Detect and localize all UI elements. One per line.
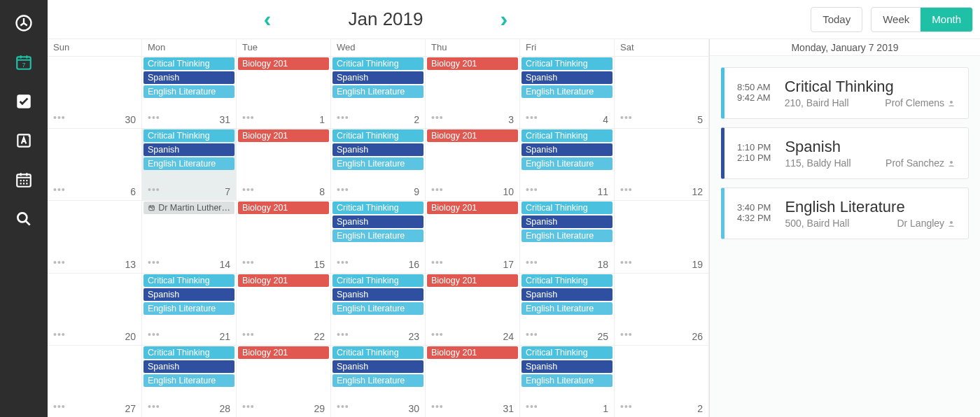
calendar-event[interactable]: Spanish: [332, 71, 424, 84]
calendar-cell[interactable]: 12•••: [615, 128, 709, 200]
search-icon[interactable]: [13, 208, 34, 229]
calendar-event[interactable]: English Literature: [144, 157, 234, 170]
cell-menu-icon[interactable]: •••: [620, 401, 633, 412]
cell-menu-icon[interactable]: •••: [526, 257, 538, 268]
calendar-cell[interactable]: Critical ThinkingSpanishEnglish Literatu…: [520, 56, 615, 128]
cell-menu-icon[interactable]: •••: [620, 184, 633, 195]
calendar-cell[interactable]: Critical ThinkingSpanishEnglish Literatu…: [520, 128, 615, 200]
cell-menu-icon[interactable]: •••: [53, 112, 66, 123]
calendar-event[interactable]: English Literature: [522, 85, 612, 98]
calendar-event[interactable]: Critical Thinking: [332, 346, 424, 359]
cell-menu-icon[interactable]: •••: [148, 257, 160, 268]
calendar-cell[interactable]: 2•••: [615, 345, 709, 417]
calendar-cell[interactable]: Biology 20117•••: [426, 200, 520, 272]
dashboard-icon[interactable]: [13, 13, 34, 34]
cell-menu-icon[interactable]: •••: [148, 184, 160, 195]
calendar-event[interactable]: English Literature: [522, 157, 612, 170]
calendar-event[interactable]: Biology 201: [238, 274, 329, 287]
calendar-event[interactable]: Biology 201: [238, 202, 329, 214]
next-month-button[interactable]: ›: [500, 6, 507, 32]
calendar-event[interactable]: Critical Thinking: [522, 346, 612, 359]
calendar-event[interactable]: Biology 201: [427, 129, 518, 142]
cell-menu-icon[interactable]: •••: [337, 112, 349, 123]
cell-menu-icon[interactable]: •••: [431, 401, 444, 412]
calendar-cell[interactable]: 13•••: [48, 200, 142, 272]
calendar-event[interactable]: English Literature: [522, 374, 612, 387]
class-card[interactable]: 3:40 PM4:32 PMEnglish Literature500, Bai…: [721, 188, 969, 239]
calendar-event[interactable]: English Literature: [144, 85, 234, 98]
calendar-event[interactable]: Spanish: [144, 360, 234, 373]
calendar-event[interactable]: Biology 201: [427, 202, 518, 214]
cell-menu-icon[interactable]: •••: [53, 184, 66, 195]
tasks-icon[interactable]: [13, 91, 34, 112]
cell-menu-icon[interactable]: •••: [53, 329, 66, 340]
calendar-cell[interactable]: Biology 2018•••: [237, 128, 331, 200]
calendar-event[interactable]: Critical Thinking: [144, 346, 234, 359]
calendar-event[interactable]: Critical Thinking: [332, 57, 424, 70]
calendar-event[interactable]: Spanish: [522, 71, 612, 84]
calendar-icon[interactable]: 7: [13, 52, 34, 73]
calendar-cell[interactable]: Biology 20129•••: [237, 345, 331, 417]
cell-menu-icon[interactable]: •••: [526, 184, 538, 195]
cell-menu-icon[interactable]: •••: [242, 257, 255, 268]
calendar-event[interactable]: English Literature: [332, 374, 424, 387]
calendar-event[interactable]: Biology 201: [238, 57, 329, 70]
calendar-event[interactable]: Spanish: [522, 360, 612, 373]
calendar-event[interactable]: Spanish: [144, 288, 234, 301]
calendar-event[interactable]: Spanish: [332, 360, 424, 373]
calendar-cell[interactable]: 19•••: [615, 200, 709, 272]
cell-menu-icon[interactable]: •••: [242, 184, 255, 195]
calendar-event[interactable]: Spanish: [522, 143, 612, 156]
cell-menu-icon[interactable]: •••: [431, 257, 444, 268]
cell-menu-icon[interactable]: •••: [242, 401, 255, 412]
calendar-event[interactable]: Spanish: [522, 215, 612, 228]
calendar-cell[interactable]: Critical ThinkingSpanishEnglish Literatu…: [520, 273, 615, 345]
calendar-cell[interactable]: 5•••: [615, 56, 709, 128]
calendar-cell[interactable]: Critical ThinkingSpanishEnglish Literatu…: [331, 345, 426, 417]
calendar-cell[interactable]: 30•••: [48, 56, 142, 128]
calendar-event[interactable]: English Literature: [332, 302, 424, 315]
cell-menu-icon[interactable]: •••: [242, 329, 255, 340]
calendar-cell[interactable]: Biology 20122•••: [237, 273, 331, 345]
calendar-cell[interactable]: 20•••: [48, 273, 142, 345]
calendar-event[interactable]: Critical Thinking: [522, 274, 612, 287]
prev-month-button[interactable]: ‹: [264, 6, 272, 32]
calendar-cell[interactable]: Critical ThinkingSpanishEnglish Literatu…: [331, 128, 426, 200]
calendar-event[interactable]: English Literature: [332, 157, 424, 170]
cell-menu-icon[interactable]: •••: [53, 401, 66, 412]
today-button[interactable]: Today: [811, 7, 862, 32]
calendar-event[interactable]: Critical Thinking: [522, 202, 612, 214]
calendar-event[interactable]: English Literature: [144, 302, 234, 315]
calendar-cell[interactable]: Critical ThinkingSpanishEnglish Literatu…: [331, 273, 426, 345]
calendar-event[interactable]: Biology 201: [427, 57, 518, 70]
cell-menu-icon[interactable]: •••: [337, 329, 349, 340]
calendar-event[interactable]: English Literature: [522, 302, 612, 315]
calendar-cell[interactable]: Biology 2013•••: [426, 56, 520, 128]
schedule-icon[interactable]: [13, 169, 34, 190]
cell-menu-icon[interactable]: •••: [526, 112, 538, 123]
calendar-event[interactable]: Biology 201: [427, 274, 518, 287]
cell-menu-icon[interactable]: •••: [620, 257, 633, 268]
calendar-cell[interactable]: Critical ThinkingSpanishEnglish Literatu…: [520, 345, 615, 417]
calendar-cell[interactable]: Biology 20115•••: [237, 200, 331, 272]
cell-menu-icon[interactable]: •••: [526, 401, 538, 412]
calendar-event[interactable]: Critical Thinking: [332, 129, 424, 142]
calendar-event[interactable]: Biology 201: [427, 346, 518, 359]
calendar-cell[interactable]: Biology 2011•••: [237, 56, 331, 128]
class-card[interactable]: 8:50 AM9:42 AMCritical Thinking210, Bair…: [721, 67, 969, 119]
calendar-event[interactable]: Biology 201: [238, 129, 329, 142]
calendar-cell[interactable]: Critical ThinkingSpanishEnglish Literatu…: [142, 56, 237, 128]
cell-menu-icon[interactable]: •••: [526, 329, 538, 340]
calendar-event[interactable]: Dr Martin Luther…: [144, 202, 234, 214]
calendar-event[interactable]: Critical Thinking: [332, 274, 424, 287]
calendar-cell[interactable]: Biology 20124•••: [426, 273, 520, 345]
calendar-cell[interactable]: Critical ThinkingSpanishEnglish Literatu…: [520, 200, 615, 272]
cell-menu-icon[interactable]: •••: [431, 112, 444, 123]
calendar-event[interactable]: Critical Thinking: [144, 129, 234, 142]
calendar-event[interactable]: Critical Thinking: [522, 129, 612, 142]
cell-menu-icon[interactable]: •••: [337, 257, 349, 268]
calendar-event[interactable]: English Literature: [332, 229, 424, 242]
calendar-cell[interactable]: 26•••: [615, 273, 709, 345]
calendar-event[interactable]: Spanish: [332, 143, 424, 156]
grades-icon[interactable]: +: [13, 130, 34, 151]
